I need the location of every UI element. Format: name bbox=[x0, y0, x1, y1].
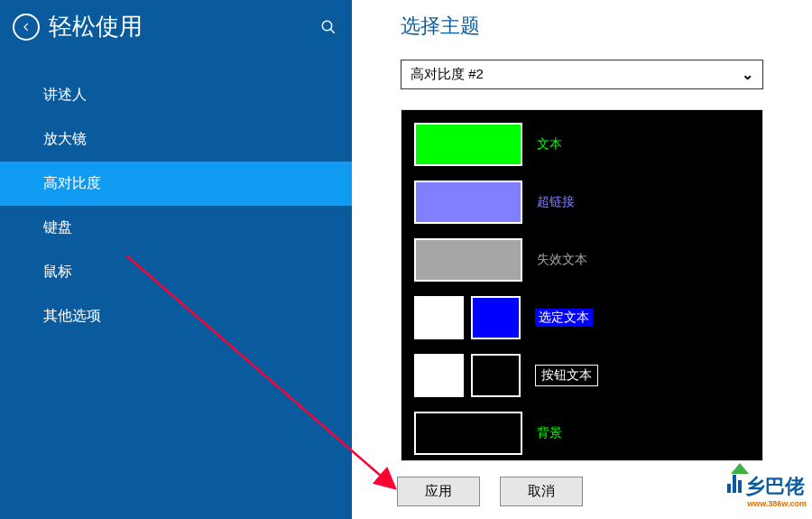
preview-label-background: 背景 bbox=[537, 425, 562, 441]
preview-label-text: 文本 bbox=[537, 136, 562, 153]
theme-preview-panel: 文本 超链接 失效文本 选定文本 按钮文本 背景 bbox=[401, 109, 763, 461]
sidebar-item-mouse[interactable]: 鼠标 bbox=[0, 250, 352, 294]
preview-row-background: 背景 bbox=[414, 412, 750, 455]
sidebar-item-keyboard[interactable]: 键盘 bbox=[0, 206, 352, 250]
sidebar-title: 轻松使用 bbox=[49, 11, 309, 42]
sidebar-item-magnifier[interactable]: 放大镜 bbox=[0, 117, 352, 162]
preview-row-disabled: 失效文本 bbox=[414, 238, 750, 282]
svg-point-0 bbox=[322, 21, 332, 31]
swatch-text-color[interactable] bbox=[414, 123, 522, 166]
swatch-button-fg[interactable] bbox=[414, 354, 464, 397]
action-buttons: 应用 取消 bbox=[397, 477, 583, 506]
preview-label-selected: 选定文本 bbox=[535, 309, 593, 327]
page-title: 选择主题 bbox=[352, 0, 812, 52]
preview-row-button: 按钮文本 bbox=[414, 354, 750, 397]
swatch-disabled-color[interactable] bbox=[414, 238, 522, 282]
sidebar-item-high-contrast[interactable]: 高对比度 bbox=[0, 162, 352, 206]
cancel-button[interactable]: 取消 bbox=[500, 477, 583, 506]
settings-sidebar: 轻松使用 讲述人 放大镜 高对比度 键盘 鼠标 其他选项 bbox=[0, 0, 352, 519]
watermark: 乡巴佬 www.386w.com bbox=[727, 473, 807, 508]
swatch-link-color[interactable] bbox=[414, 181, 522, 224]
back-arrow-icon bbox=[20, 21, 32, 33]
sidebar-header: 轻松使用 bbox=[0, 0, 352, 51]
sidebar-item-other[interactable]: 其他选项 bbox=[0, 294, 352, 338]
svg-line-1 bbox=[330, 29, 335, 33]
back-button[interactable] bbox=[13, 14, 40, 41]
sidebar-nav: 讲述人 放大镜 高对比度 键盘 鼠标 其他选项 bbox=[0, 73, 352, 338]
theme-dropdown[interactable]: 高对比度 #2 ⌄ bbox=[401, 60, 763, 89]
chevron-down-icon: ⌄ bbox=[742, 66, 753, 83]
main-panel: 选择主题 高对比度 #2 ⌄ 文本 超链接 失效文本 选定文本 按钮文本 bbox=[352, 0, 812, 519]
preview-row-text: 文本 bbox=[414, 123, 750, 166]
search-button[interactable] bbox=[318, 16, 339, 38]
sidebar-item-narrator[interactable]: 讲述人 bbox=[0, 73, 352, 117]
preview-label-disabled: 失效文本 bbox=[537, 252, 587, 268]
preview-label-button: 按钮文本 bbox=[535, 365, 598, 386]
swatch-selected-bg[interactable] bbox=[471, 296, 521, 339]
preview-row-selected: 选定文本 bbox=[414, 296, 750, 339]
watermark-text: 乡巴佬 bbox=[745, 475, 805, 497]
swatch-button-bg[interactable] bbox=[471, 354, 521, 397]
preview-label-link: 超链接 bbox=[537, 194, 575, 210]
theme-dropdown-value: 高对比度 #2 bbox=[411, 66, 484, 83]
swatch-selected-fg[interactable] bbox=[414, 296, 464, 339]
preview-row-link: 超链接 bbox=[414, 181, 750, 224]
search-icon bbox=[320, 19, 337, 35]
watermark-url: www.386w.com bbox=[747, 500, 807, 508]
watermark-logo-icon bbox=[727, 475, 742, 493]
swatch-background-color[interactable] bbox=[414, 412, 522, 455]
apply-button[interactable]: 应用 bbox=[397, 477, 480, 506]
